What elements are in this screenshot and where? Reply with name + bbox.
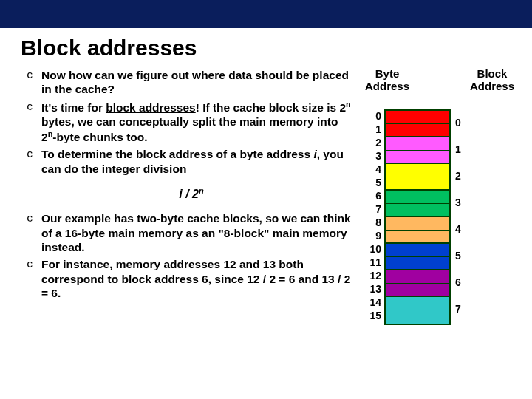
bullet-4: Our example has two-byte cache blocks, s… (27, 211, 356, 254)
byte-num: 14 (364, 296, 381, 309)
mem-cell (386, 177, 449, 191)
t: . (58, 287, 61, 299)
bullet-list-2: Our example has two-byte cache blocks, s… (27, 211, 356, 300)
byte-num: 5 (364, 176, 381, 189)
formula-div: / 2 (183, 188, 199, 200)
bullet-3: To determine the block address of a byte… (27, 147, 356, 176)
t: 12 (223, 258, 236, 270)
t: Block (477, 67, 508, 80)
mem-cell (386, 310, 449, 324)
mem-cell (386, 297, 449, 310)
memory-diagram: 0 1 2 3 4 5 6 7 8 9 10 11 12 13 14 15 (364, 109, 516, 329)
block-numbers: 0 1 2 3 4 5 6 7 (451, 109, 471, 329)
block-num: 0 (455, 116, 471, 143)
byte-num: 6 (364, 189, 381, 202)
mem-cell (386, 137, 449, 151)
block-num: 7 (455, 302, 471, 329)
t: n (346, 100, 351, 109)
t: 13 (263, 258, 276, 270)
t: 12 / 2 = 6 (247, 273, 295, 285)
mem-cell (386, 111, 449, 124)
t: block addresses (106, 101, 195, 114)
block-num: 2 (455, 169, 471, 196)
text-column: Now how can we figure out where data sho… (27, 68, 364, 329)
t: and (236, 258, 263, 270)
byte-num: 10 (364, 242, 381, 256)
byte-num: 3 (364, 149, 381, 163)
byte-num: 12 (364, 269, 381, 282)
block-num: 6 (455, 276, 471, 302)
byte-num: 13 (364, 282, 381, 296)
mem-cell (386, 231, 449, 244)
block-address-label: Block Address (468, 68, 516, 92)
t: 6 (202, 273, 208, 285)
t: To determine the block address of a byte… (41, 148, 313, 160)
mem-cell (386, 151, 449, 164)
block-num: 4 (455, 222, 471, 249)
byte-num: 11 (364, 256, 381, 269)
byte-num: 4 (364, 163, 381, 176)
block-num: 3 (455, 196, 471, 222)
t: and (295, 273, 321, 285)
mem-cell (386, 164, 449, 177)
block-num: 1 (455, 143, 471, 169)
t: Byte (375, 67, 400, 80)
mem-cell (386, 257, 449, 270)
diagram-column: Byte Address Block Address 0 1 2 3 4 5 6… (364, 68, 516, 329)
t: It's time for (41, 101, 106, 114)
mem-cell (386, 284, 449, 297)
formula: i / 2n (27, 186, 356, 201)
t: Address (470, 80, 514, 92)
formula-n: n (199, 186, 204, 195)
byte-num: 2 (364, 136, 381, 149)
header-bar (0, 0, 532, 28)
byte-num: 8 (364, 216, 381, 229)
mem-cell (386, 244, 449, 257)
diagram-labels: Byte Address Block Address (364, 68, 516, 92)
page-title: Block addresses (0, 28, 532, 68)
byte-num: 15 (364, 309, 381, 322)
memory-cells (384, 109, 451, 325)
mem-cell (386, 124, 449, 137)
byte-num: 1 (364, 123, 381, 136)
t: -byte chunks too. (52, 131, 147, 143)
byte-address-label: Byte Address (364, 68, 411, 92)
t: For instance, memory addresses (41, 258, 223, 270)
mem-cell (386, 191, 449, 204)
bullet-list: Now how can we figure out where data sho… (27, 68, 356, 176)
bullet-1: Now how can we figure out where data sho… (27, 68, 356, 97)
t: , since (208, 273, 248, 285)
bullet-2: It's time for block addresses! If the ca… (27, 100, 356, 144)
byte-num: 0 (364, 109, 381, 123)
t: Address (365, 80, 409, 92)
mem-cell (386, 217, 449, 231)
byte-num: 9 (364, 229, 381, 242)
t: ! If the cache block size is 2 (196, 101, 346, 114)
t: Our example has two-byte cache blocks, s… (41, 212, 351, 253)
content: Now how can we figure out where data sho… (0, 68, 532, 329)
block-num: 5 (455, 249, 471, 276)
byte-numbers: 0 1 2 3 4 5 6 7 8 9 10 11 12 13 14 15 (364, 109, 384, 322)
byte-num: 7 (364, 202, 381, 216)
bullet-5: For instance, memory addresses 12 and 13… (27, 257, 356, 300)
bullet-1-text: Now how can we figure out where data sho… (41, 69, 349, 95)
mem-cell (386, 270, 449, 284)
mem-cell (386, 204, 449, 217)
